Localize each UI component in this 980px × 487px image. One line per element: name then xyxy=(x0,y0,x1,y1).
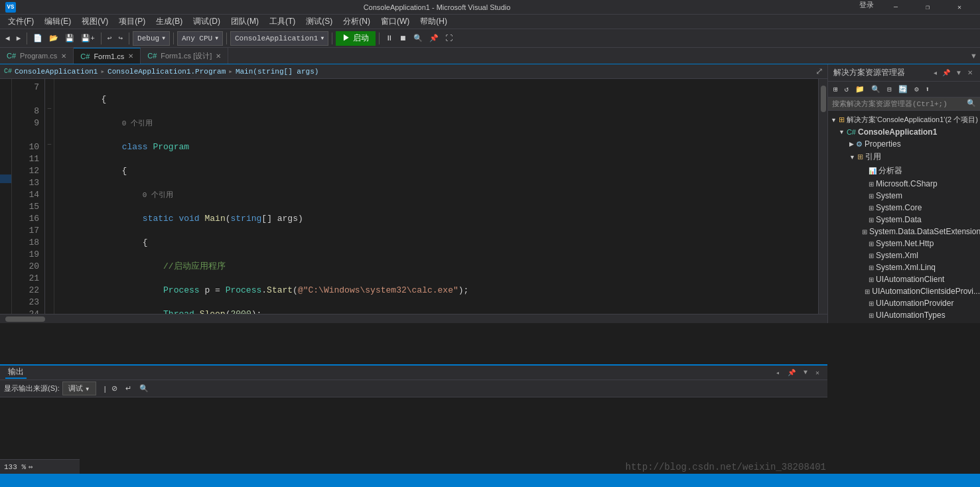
gutter-28 xyxy=(0,279,11,288)
fwd-button[interactable]: ▶ xyxy=(14,33,24,44)
se-refresh-btn[interactable]: ↺ xyxy=(842,84,852,95)
code-content[interactable]: { 0 个引用 class Program { 0 个引用 static voi… xyxy=(54,79,818,314)
login-button[interactable]: 登录 xyxy=(854,0,879,15)
tab-overflow-button[interactable]: ▼ xyxy=(967,48,980,64)
menu-window[interactable]: 窗口(W) xyxy=(376,15,415,29)
se-gitsync-btn[interactable]: ⬆ xyxy=(923,84,933,95)
output-find-btn[interactable]: 🔍 xyxy=(137,383,151,394)
se-close[interactable]: ✕ xyxy=(965,68,975,77)
output-close[interactable]: ✕ xyxy=(813,368,822,378)
output-source-dropdown[interactable]: 调试 ▼ xyxy=(62,382,96,395)
debug-config-dropdown[interactable]: Debug ▼ xyxy=(133,31,170,46)
tree-properties[interactable]: ▶ ⚙ Properties xyxy=(828,138,980,150)
tab-close-form1[interactable]: ✕ xyxy=(128,52,133,60)
se-auto-hide[interactable]: ◂ xyxy=(932,68,939,77)
window-controls: 登录 — ❐ ✕ xyxy=(854,0,975,15)
tree-windows-base[interactable]: ⊞ WindowsBase xyxy=(828,321,980,323)
output-wrap-btn[interactable]: ↵ xyxy=(123,383,134,394)
toolbar-extra-3[interactable]: 🔍 xyxy=(411,33,425,44)
tab-form1-cs[interactable]: C# Form1.cs ✕ xyxy=(74,48,141,64)
tab-program-cs[interactable]: C# Program.cs ✕ xyxy=(0,48,74,64)
menu-project[interactable]: 项目(P) xyxy=(113,15,151,29)
save-button[interactable]: 💾 xyxy=(62,33,77,44)
se-syncwith-btn[interactable]: 🔄 xyxy=(896,84,910,95)
output-auto-hide[interactable]: ◂ xyxy=(773,368,782,378)
tab-close-designer[interactable]: ✕ xyxy=(216,52,221,60)
output-pin[interactable]: 📌 xyxy=(785,368,798,378)
vertical-scrollbar[interactable] xyxy=(818,79,827,314)
project-dropdown[interactable]: ConsoleApplication1 ▼ xyxy=(230,31,328,46)
tree-system-xml[interactable]: ⊞ System.Xml xyxy=(828,249,980,261)
se-header-buttons: ◂ 📌 ▼ ✕ xyxy=(932,68,975,77)
menu-analyze[interactable]: 分析(N) xyxy=(338,15,376,29)
output-tab[interactable]: 输出 xyxy=(5,366,27,379)
tree-system-nethttp[interactable]: ⊞ System.Net.Http xyxy=(828,238,980,249)
new-file-button[interactable]: 📄 xyxy=(31,33,45,44)
maximize-button[interactable]: ❐ xyxy=(912,0,943,15)
tree-solution[interactable]: ▼ ⊞ 解决方案'ConsoleApplication1'(2 个项目) xyxy=(828,113,980,126)
gutter-17 xyxy=(0,183,11,192)
se-collapse-btn[interactable]: ⊟ xyxy=(884,84,894,95)
output-dropdown[interactable]: ▼ xyxy=(801,368,810,378)
tree-uia-types[interactable]: ⊞ UIAutomationTypes xyxy=(828,309,980,321)
tab-form1-designer[interactable]: C# Form1.cs [设计] ✕ xyxy=(141,48,228,64)
gutter-14 xyxy=(0,157,11,166)
se-more-btn[interactable]: ⚙ xyxy=(912,84,922,95)
toolbar-extra-2[interactable]: ⏹ xyxy=(397,33,409,44)
se-pin[interactable]: 📌 xyxy=(940,68,952,77)
ref-icon: ⊞ xyxy=(857,153,863,161)
loc-file[interactable]: ConsoleApplication1.Program xyxy=(107,68,226,76)
consoleapp-icon: C# xyxy=(847,128,856,136)
run-button[interactable]: ▶ 启动 xyxy=(336,31,375,46)
back-button[interactable]: ◀ xyxy=(3,33,13,44)
debug-dropdown-arrow: ▼ xyxy=(162,35,165,41)
horizontal-scrollbar[interactable] xyxy=(0,314,827,323)
platform-dropdown[interactable]: Any CPU ▼ xyxy=(177,31,223,46)
menu-edit[interactable]: 编辑(E) xyxy=(39,15,76,29)
zoom-scroll[interactable]: ⇔ xyxy=(29,462,33,471)
tree-system-xmllinq[interactable]: ⊞ System.Xml.Linq xyxy=(828,261,980,273)
toolbar-extra-1[interactable]: ⏸ xyxy=(383,33,395,44)
menu-build[interactable]: 生成(B) xyxy=(151,15,188,29)
menu-test[interactable]: 测试(S) xyxy=(301,15,338,29)
save-all-button[interactable]: 💾+ xyxy=(78,33,98,44)
tree-system-data-ds[interactable]: ⊞ System.Data.DataSetExtensions xyxy=(828,226,980,238)
tree-system-core[interactable]: ⊞ System.Core xyxy=(828,202,980,214)
se-dropdown[interactable]: ▼ xyxy=(953,68,964,77)
redo-button[interactable]: ↪ xyxy=(115,33,125,44)
toolbar-extra-4[interactable]: 📌 xyxy=(427,33,441,44)
scrollbar-thumb[interactable] xyxy=(821,86,826,112)
menu-team[interactable]: 团队(M) xyxy=(226,15,264,29)
minimize-button[interactable]: — xyxy=(880,0,911,15)
menu-view[interactable]: 视图(V) xyxy=(76,15,113,29)
tree-uia-clientside[interactable]: ⊞ UIAutomationClientsideProvi... xyxy=(828,285,980,297)
se-properties-btn[interactable]: ⊞ xyxy=(831,84,841,95)
undo-button[interactable]: ↩ xyxy=(105,33,115,44)
tree-uia-provider[interactable]: ⊞ UIAutomationProvider xyxy=(828,297,980,309)
hscroll-thumb[interactable] xyxy=(5,316,45,322)
uiap-label: UIAutomationProvider xyxy=(876,299,953,308)
prop-expand: ▶ xyxy=(849,141,854,147)
close-button[interactable]: ✕ xyxy=(944,0,975,15)
loc-method[interactable]: Main(string[] args) xyxy=(236,68,318,76)
se-filter-btn[interactable]: 🔍 xyxy=(869,84,883,95)
menu-debug[interactable]: 调试(D) xyxy=(188,15,226,29)
tree-consoleapp[interactable]: ▼ C# ConsoleApplication1 xyxy=(828,126,980,138)
se-search-box[interactable]: 搜索解决方案资源管理器(Ctrl+;) 🔍 xyxy=(828,98,980,111)
toolbar-extra-5[interactable]: ⛶ xyxy=(443,33,455,44)
tree-references[interactable]: ▼ ⊞ 引用 xyxy=(828,150,980,164)
menu-file[interactable]: 文件(F) xyxy=(3,15,39,29)
tree-system-data[interactable]: ⊞ System.Data xyxy=(828,214,980,226)
expand-editor-button[interactable]: ⤢ xyxy=(815,66,823,77)
output-clear-btn[interactable]: ⊘ xyxy=(109,383,120,394)
tree-ms-csharp[interactable]: ⊞ Microsoft.CSharp xyxy=(828,178,980,190)
tree-uia-client[interactable]: ⊞ UIAutomationClient xyxy=(828,273,980,285)
tree-analyzer[interactable]: 📊 分析器 xyxy=(828,164,980,178)
se-showall-btn[interactable]: 📁 xyxy=(853,84,867,95)
open-file-button[interactable]: 📂 xyxy=(46,33,61,44)
tree-system[interactable]: ⊞ System xyxy=(828,190,980,202)
menu-tools[interactable]: 工具(T) xyxy=(264,15,301,29)
menu-help[interactable]: 帮助(H) xyxy=(415,15,453,29)
tab-close-program[interactable]: ✕ xyxy=(61,52,66,60)
loc-project[interactable]: ConsoleApplication1 xyxy=(15,68,98,76)
